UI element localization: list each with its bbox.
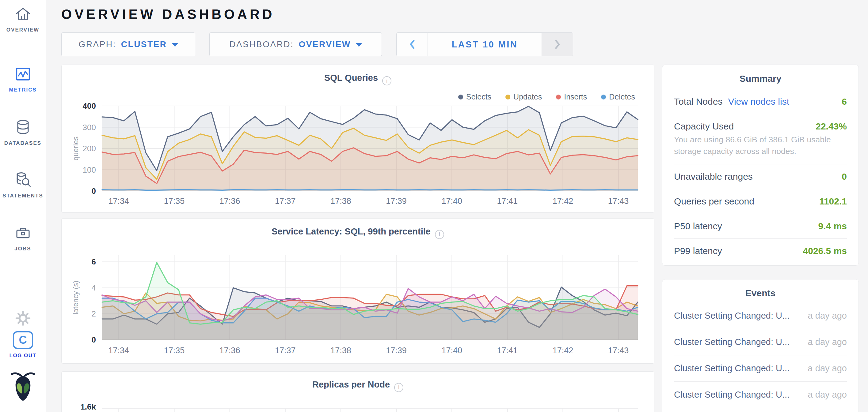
sidebar-item-label: DATABASES [4, 140, 41, 146]
chart-title: SQL Queries [324, 73, 378, 83]
svg-text:4: 4 [92, 283, 96, 292]
dashboard-dropdown[interactable]: DASHBOARD: OVERVIEW [209, 32, 382, 56]
event-row[interactable]: Cluster Setting Changed: U... a day ago [674, 329, 847, 355]
database-icon [14, 118, 32, 137]
time-range-label[interactable]: LAST 10 MIN [428, 33, 541, 56]
sidebar-item-label: OVERVIEW [6, 27, 39, 33]
svg-text:queries: queries [71, 137, 80, 161]
legend-item[interactable]: Inserts [556, 93, 587, 101]
logout-label: LOG OUT [9, 353, 36, 359]
svg-text:100: 100 [83, 165, 96, 174]
event-title: Cluster Setting Changed: U... [674, 363, 789, 373]
graph-dropdown-label: GRAPH: [79, 39, 116, 49]
svg-text:17:36: 17:36 [219, 197, 240, 206]
cockroachdb-logo [0, 371, 46, 404]
chart-title: Replicas per Node [312, 380, 390, 389]
svg-text:17:42: 17:42 [553, 346, 574, 355]
svg-text:2: 2 [92, 309, 96, 318]
chevron-down-icon [356, 43, 362, 47]
event-title: Cluster Setting Changed: U... [674, 311, 789, 321]
sidebar-item-label: JOBS [14, 246, 31, 252]
settings-gear-button[interactable] [0, 310, 46, 326]
svg-text:17:36: 17:36 [219, 346, 240, 355]
event-row[interactable]: Cluster Setting Changed: U... a day ago [674, 303, 847, 329]
svg-text:17:37: 17:37 [275, 346, 296, 355]
event-row[interactable]: Cluster Setting Changed: U... a day ago [674, 355, 847, 381]
summary-row-capacity-used: Capacity Used 22.43% You are using 86.6 … [674, 114, 847, 164]
dashboard-dropdown-value: OVERVIEW [299, 39, 351, 49]
graph-dropdown[interactable]: GRAPH: CLUSTER [61, 32, 195, 56]
svg-text:17:34: 17:34 [108, 197, 129, 206]
event-row[interactable]: Cluster Setting Changed: U... a day ago [674, 408, 847, 412]
metrics-icon [14, 65, 32, 83]
chevron-down-icon [172, 43, 178, 47]
view-nodes-link[interactable]: View nodes list [728, 96, 789, 106]
event-time: a day ago [808, 363, 847, 373]
svg-text:200: 200 [83, 144, 96, 153]
summary-row-label: P99 latency [674, 246, 722, 256]
legend-label: Selects [466, 93, 491, 101]
svg-text:1.6k: 1.6k [80, 402, 96, 411]
svg-text:latency (s): latency (s) [71, 281, 80, 315]
sidebar-item-jobs[interactable]: JOBS [0, 225, 46, 252]
svg-text:0: 0 [92, 335, 96, 344]
legend-label: Updates [514, 93, 542, 101]
svg-text:400: 400 [83, 101, 96, 110]
time-range-selector: LAST 10 MIN [396, 32, 573, 56]
replicas-per-node-chart-card: Replicas per Nodei 1.6k [61, 371, 654, 412]
sidebar-item-overview[interactable]: OVERVIEW [0, 5, 46, 33]
logout-button[interactable]: C LOG OUT [0, 331, 46, 359]
legend-dot [458, 95, 463, 100]
svg-text:6: 6 [92, 257, 96, 266]
info-icon[interactable]: i [382, 76, 392, 85]
service-latency-chart-card: Service Latency: SQL, 99th percentilei 1… [61, 218, 654, 364]
sidebar-item-label: STATEMENTS [2, 193, 43, 199]
chart-legend: SelectsUpdatesInsertsDeletes [458, 93, 635, 101]
svg-text:17:38: 17:38 [331, 346, 351, 355]
summary-row-total-nodes: Total NodesView nodes list 6 [674, 90, 847, 114]
svg-text:17:38: 17:38 [331, 197, 351, 206]
sidebar-item-statements[interactable]: STATEMENTS [0, 171, 46, 199]
event-row[interactable]: Cluster Setting Changed: U... a day ago [674, 381, 847, 408]
sidebar: OVERVIEW METRICS DATABASES STATEMENTS [0, 0, 46, 412]
summary-row-label: Unavailable ranges [674, 171, 753, 182]
sidebar-item-label: METRICS [9, 87, 37, 93]
svg-text:17:43: 17:43 [608, 197, 629, 206]
legend-label: Deletes [609, 93, 635, 101]
page-title: OVERVIEW DASHBOARD [61, 7, 275, 22]
home-icon [14, 5, 32, 23]
summary-row-value: 0 [842, 171, 847, 182]
summary-title: Summary [662, 65, 859, 84]
svg-text:17:41: 17:41 [497, 197, 518, 206]
event-title: Cluster Setting Changed: U... [674, 337, 789, 347]
time-next-button[interactable] [541, 33, 573, 56]
legend-item[interactable]: Updates [505, 93, 542, 101]
info-icon[interactable]: i [394, 383, 403, 392]
svg-text:17:35: 17:35 [164, 346, 185, 355]
event-time: a day ago [808, 337, 847, 347]
summary-row-label: P50 latency [674, 221, 722, 231]
sidebar-item-metrics[interactable]: METRICS [0, 65, 46, 93]
svg-text:17:34: 17:34 [108, 346, 129, 355]
info-icon[interactable]: i [435, 230, 444, 239]
event-time: a day ago [808, 390, 847, 400]
events-title: Events [662, 279, 859, 299]
summary-row-value: 1102.1 [819, 196, 847, 207]
svg-text:17:39: 17:39 [386, 346, 407, 355]
legend-item[interactable]: Deletes [601, 93, 635, 101]
summary-row-value: 22.43% [815, 121, 847, 132]
legend-item[interactable]: Selects [458, 93, 491, 101]
replicas-per-node-chart: 1.6k [68, 402, 649, 412]
event-time: a day ago [808, 311, 847, 321]
summary-panel: Summary Total NodesView nodes list 6 Cap… [662, 65, 859, 266]
time-prev-button[interactable] [397, 33, 428, 56]
dashboard-dropdown-label: DASHBOARD: [229, 39, 293, 49]
summary-row-p99-latency: P99 latency 4026.5 ms [674, 238, 847, 263]
sql-queries-chart: 17:3417:3517:3617:3717:3817:3917:4017:41… [68, 101, 649, 208]
svg-text:0: 0 [92, 186, 96, 196]
briefcase-icon [14, 225, 32, 242]
svg-text:17:37: 17:37 [275, 197, 296, 206]
sidebar-item-databases[interactable]: DATABASES [0, 118, 46, 146]
svg-text:300: 300 [83, 123, 96, 132]
summary-row-value: 6 [842, 96, 847, 107]
